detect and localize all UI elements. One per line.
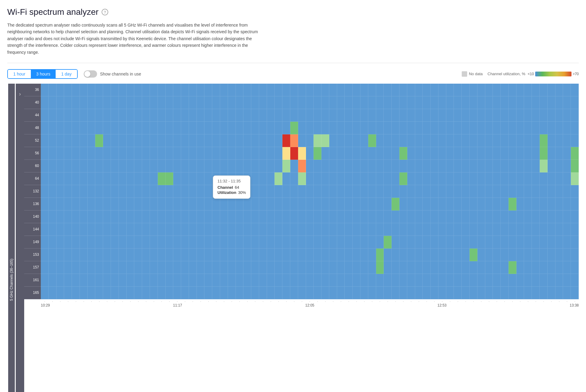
heatmap-cell[interactable] <box>158 287 166 299</box>
heatmap-cell[interactable] <box>127 109 135 122</box>
heatmap-cell[interactable] <box>415 185 423 198</box>
expand-icon[interactable]: › <box>19 91 21 97</box>
heatmap-cell[interactable] <box>524 84 532 96</box>
heatmap-cell[interactable] <box>493 223 501 236</box>
heatmap-cell[interactable] <box>360 236 368 249</box>
heatmap-cell[interactable] <box>204 261 212 274</box>
heatmap-cell[interactable] <box>509 210 516 223</box>
heatmap-cell[interactable] <box>462 249 470 261</box>
heatmap-cell[interactable] <box>516 261 524 274</box>
heatmap-cell[interactable] <box>49 109 57 122</box>
heatmap-cell[interactable] <box>454 122 462 134</box>
heatmap-cell[interactable] <box>423 198 431 210</box>
heatmap-cell[interactable] <box>493 274 501 287</box>
heatmap-cell[interactable] <box>220 109 228 122</box>
heatmap-cell[interactable] <box>267 236 275 249</box>
heatmap-cell[interactable] <box>438 160 446 172</box>
heatmap-cell[interactable] <box>306 287 314 299</box>
heatmap-cell[interactable] <box>88 134 96 147</box>
heatmap-cell[interactable] <box>446 274 454 287</box>
heatmap-cell[interactable] <box>41 236 49 249</box>
heatmap-cell[interactable] <box>360 249 368 261</box>
heatmap-cell[interactable] <box>306 274 314 287</box>
heatmap-cell[interactable] <box>127 122 135 134</box>
heatmap-cell[interactable] <box>41 84 49 96</box>
heatmap-cell[interactable] <box>337 160 345 172</box>
heatmap-cell[interactable] <box>197 210 205 223</box>
heatmap-cell[interactable] <box>399 198 407 210</box>
heatmap-cell[interactable] <box>501 172 509 185</box>
heatmap-cell[interactable] <box>251 185 259 198</box>
time-btn-1day[interactable]: 1 day <box>56 70 77 78</box>
heatmap-cell[interactable] <box>251 172 259 185</box>
heatmap-cell[interactable] <box>267 134 275 147</box>
heatmap-cell[interactable] <box>438 185 446 198</box>
heatmap-cell[interactable] <box>150 84 158 96</box>
heatmap-cell[interactable] <box>72 147 80 160</box>
heatmap-cell[interactable] <box>353 147 360 160</box>
heatmap-cell[interactable] <box>181 160 189 172</box>
heatmap-cell[interactable] <box>516 122 524 134</box>
heatmap-cell[interactable] <box>220 236 228 249</box>
heatmap-cell[interactable] <box>282 172 290 185</box>
heatmap-cell[interactable] <box>353 185 360 198</box>
heatmap-cell[interactable] <box>353 134 360 147</box>
heatmap-cell[interactable] <box>41 210 49 223</box>
heatmap-cell[interactable] <box>259 185 267 198</box>
heatmap-cell[interactable] <box>532 160 540 172</box>
heatmap-cell[interactable] <box>166 122 174 134</box>
heatmap-cell[interactable] <box>290 122 298 134</box>
heatmap-cell[interactable] <box>321 287 329 299</box>
heatmap-cell[interactable] <box>166 160 174 172</box>
heatmap-cell[interactable] <box>368 287 376 299</box>
heatmap-cell[interactable] <box>127 274 135 287</box>
heatmap-cell[interactable] <box>555 223 563 236</box>
heatmap-cell[interactable] <box>314 261 321 274</box>
heatmap-cell[interactable] <box>41 287 49 299</box>
heatmap-cell[interactable] <box>540 122 548 134</box>
heatmap-cell[interactable] <box>134 210 142 223</box>
heatmap-cell[interactable] <box>111 147 119 160</box>
heatmap-cell[interactable] <box>501 160 509 172</box>
heatmap-cell[interactable] <box>462 134 470 147</box>
heatmap-cell[interactable] <box>80 287 88 299</box>
heatmap-cell[interactable] <box>282 185 290 198</box>
heatmap-cell[interactable] <box>282 274 290 287</box>
heatmap-cell[interactable] <box>376 210 384 223</box>
heatmap-cell[interactable] <box>173 261 181 274</box>
heatmap-cell[interactable] <box>329 185 337 198</box>
heatmap-cell[interactable] <box>158 210 166 223</box>
heatmap-cell[interactable] <box>368 185 376 198</box>
heatmap-cell[interactable] <box>103 172 111 185</box>
heatmap-cell[interactable] <box>360 160 368 172</box>
heatmap-cell[interactable] <box>181 236 189 249</box>
heatmap-cell[interactable] <box>290 210 298 223</box>
heatmap-cell[interactable] <box>329 147 337 160</box>
heatmap-cell[interactable] <box>407 96 415 109</box>
heatmap-cell[interactable] <box>150 109 158 122</box>
heatmap-cell[interactable] <box>119 185 127 198</box>
heatmap-cell[interactable] <box>555 198 563 210</box>
heatmap-cell[interactable] <box>95 287 103 299</box>
heatmap-cell[interactable] <box>158 160 166 172</box>
heatmap-cell[interactable] <box>446 147 454 160</box>
heatmap-cell[interactable] <box>454 147 462 160</box>
heatmap-cell[interactable] <box>64 287 72 299</box>
heatmap-cell[interactable] <box>399 109 407 122</box>
heatmap-cell[interactable] <box>563 185 571 198</box>
heatmap-cell[interactable] <box>415 109 423 122</box>
heatmap-cell[interactable] <box>485 210 493 223</box>
heatmap-cell[interactable] <box>72 287 80 299</box>
heatmap-cell[interactable] <box>399 172 407 185</box>
heatmap-cell[interactable] <box>41 185 49 198</box>
heatmap-cell[interactable] <box>251 198 259 210</box>
heatmap-cell[interactable] <box>41 122 49 134</box>
heatmap-cell[interactable] <box>150 160 158 172</box>
heatmap-cell[interactable] <box>267 198 275 210</box>
heatmap-cell[interactable] <box>329 210 337 223</box>
heatmap-cell[interactable] <box>189 249 197 261</box>
heatmap-cell[interactable] <box>454 210 462 223</box>
heatmap-cell[interactable] <box>563 147 571 160</box>
heatmap-cell[interactable] <box>360 185 368 198</box>
heatmap-cell[interactable] <box>282 84 290 96</box>
